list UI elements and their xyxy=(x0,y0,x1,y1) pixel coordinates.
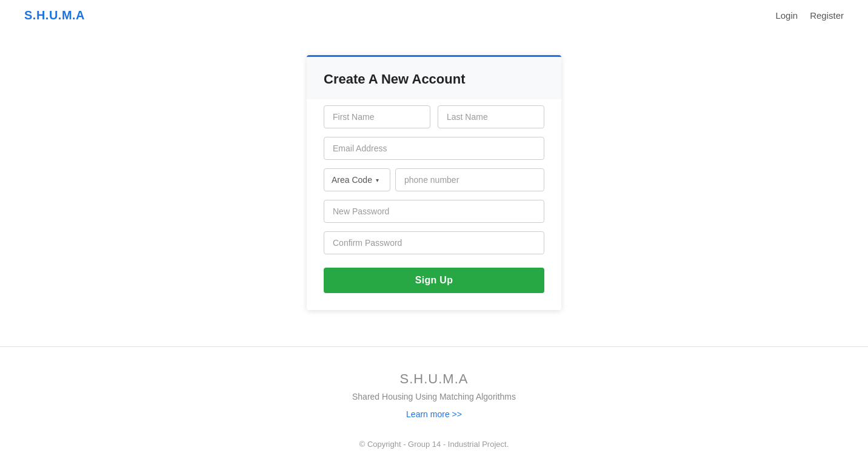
signup-button[interactable]: Sign Up xyxy=(324,268,544,293)
brand-logo: S.H.U.M.A xyxy=(24,8,85,22)
first-name-input[interactable] xyxy=(324,105,430,128)
email-group xyxy=(324,137,544,160)
main-content: Create A New Account Area Code ▾ xyxy=(0,31,868,346)
footer-brand: S.H.U.M.A xyxy=(12,371,856,387)
learn-more-link[interactable]: Learn more >> xyxy=(406,409,462,419)
confirm-password-group xyxy=(324,231,544,254)
nav-links: Login Register xyxy=(775,10,844,21)
register-card: Create A New Account Area Code ▾ xyxy=(307,55,561,310)
last-name-input[interactable] xyxy=(438,105,544,128)
chevron-down-icon: ▾ xyxy=(376,177,379,183)
footer-tagline: Shared Housing Using Matching Algorithms xyxy=(12,392,856,401)
navbar: S.H.U.M.A Login Register xyxy=(0,0,868,31)
new-password-group xyxy=(324,200,544,223)
register-link[interactable]: Register xyxy=(810,10,844,21)
area-code-dropdown[interactable]: Area Code ▾ xyxy=(324,168,390,191)
footer-copyright: © Copyright - Group 14 - Industrial Proj… xyxy=(12,440,856,449)
area-code-label: Area Code xyxy=(332,175,372,185)
card-body: Area Code ▾ Sign Up xyxy=(307,99,561,310)
card-title: Create A New Account xyxy=(324,71,544,87)
name-row xyxy=(324,105,544,128)
login-link[interactable]: Login xyxy=(775,10,798,21)
new-password-input[interactable] xyxy=(324,200,544,223)
card-header: Create A New Account xyxy=(307,57,561,99)
footer: S.H.U.M.A Shared Housing Using Matching … xyxy=(0,347,868,459)
phone-row: Area Code ▾ xyxy=(324,168,544,191)
confirm-password-input[interactable] xyxy=(324,231,544,254)
email-input[interactable] xyxy=(324,137,544,160)
phone-input[interactable] xyxy=(395,168,544,191)
